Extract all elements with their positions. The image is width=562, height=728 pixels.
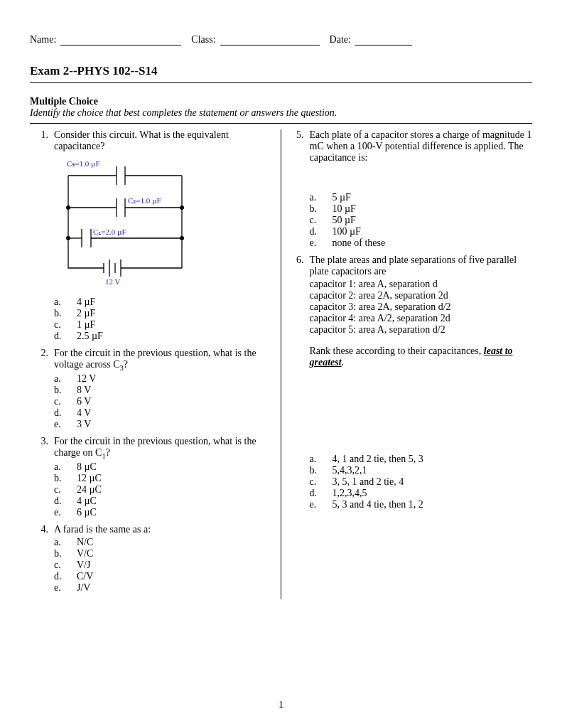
choice-a[interactable]: a.8 µC xyxy=(54,461,271,473)
question-3: 3. For the circuit in the previous quest… xyxy=(36,436,271,518)
choice-b[interactable]: b.V/C xyxy=(54,548,271,560)
question-6: 6. The plate areas and plate separations… xyxy=(291,255,533,510)
choice-d[interactable]: d.C/V xyxy=(54,571,271,582)
question-text: For the circuit in the previous question… xyxy=(54,348,271,372)
class-blank[interactable] xyxy=(220,34,320,46)
section-instructions: Identify the choice that best completes … xyxy=(30,107,532,119)
choice-e[interactable]: e.none of these xyxy=(310,237,533,249)
page-number: 1 xyxy=(279,700,283,711)
choice-b[interactable]: b.2 µF xyxy=(54,308,271,319)
horizontal-rule xyxy=(30,123,532,124)
choice-c[interactable]: c.3, 5, 1 and 2 tie, 4 xyxy=(310,476,533,488)
choice-b[interactable]: b.5,4,3,2,1 xyxy=(310,465,533,476)
question-text: For the circuit in the previous question… xyxy=(54,436,271,460)
header-fields: Name: Class: Date: xyxy=(30,34,532,46)
question-number: 2. xyxy=(36,348,54,359)
question-2: 2. For the circuit in the previous quest… xyxy=(36,348,271,430)
list-item: capacitor 4: area A/2, separation 2d xyxy=(310,313,533,324)
choices: a.4 µF b.2 µF c.1 µF d.2.5 µF xyxy=(54,296,271,342)
left-column: 1. Consider this circuit. What is the eq… xyxy=(30,129,281,599)
choice-c[interactable]: c.24 µC xyxy=(54,484,271,496)
question-text: Each plate of a capacitor stores a charg… xyxy=(310,129,533,164)
capacitor-list: capacitor 1: area A, separation d capaci… xyxy=(310,279,533,336)
choice-e[interactable]: e.J/V xyxy=(54,582,271,594)
question-5: 5. Each plate of a capacitor stores a ch… xyxy=(291,129,533,249)
choice-e[interactable]: e.5, 3 and 4 tie, then 1, 2 xyxy=(310,499,533,510)
question-1: 1. Consider this circuit. What is the eq… xyxy=(36,129,271,342)
question-number: 4. xyxy=(36,524,54,535)
question-4: 4. A farad is the same as a: a.N/C b.V/C… xyxy=(36,524,271,594)
circuit-diagram: C₃=1.0 µF C₂=1.0 µF C₁=2.0 µF 12 V xyxy=(54,158,203,289)
questions-columns: 1. Consider this circuit. What is the eq… xyxy=(30,129,532,599)
question-text: A farad is the same as a: xyxy=(54,524,271,535)
question-number: 3. xyxy=(36,436,54,447)
choice-c[interactable]: c.V/J xyxy=(54,560,271,571)
right-column: 5. Each plate of a capacitor stores a ch… xyxy=(281,129,533,599)
question-number: 1. xyxy=(36,129,54,141)
list-item: capacitor 2: area 2A, separation 2d xyxy=(310,290,533,301)
question-text: Consider this circuit. What is the equiv… xyxy=(54,129,271,152)
svg-text:C₂=1.0 µF: C₂=1.0 µF xyxy=(128,196,161,205)
section-label: Multiple Choice xyxy=(30,96,532,107)
list-item: capacitor 1: area A, separation d xyxy=(310,279,533,290)
choice-a[interactable]: a.5 µF xyxy=(310,192,533,203)
rank-instruction: Rank these according to their capacitanc… xyxy=(310,346,533,368)
choices: a.12 V b.8 V c.6 V d.4 V e.3 V xyxy=(54,373,271,430)
name-label: Name: xyxy=(30,34,56,46)
svg-text:C₃=1.0 µF: C₃=1.0 µF xyxy=(67,159,100,168)
choice-d[interactable]: d.100 µF xyxy=(310,226,533,237)
question-number: 6. xyxy=(291,255,310,266)
choice-b[interactable]: b.8 V xyxy=(54,385,271,396)
choice-b[interactable]: b.10 µF xyxy=(310,203,533,215)
choice-d[interactable]: d.2.5 µF xyxy=(54,331,271,342)
choices: a.N/C b.V/C c.V/J d.C/V e.J/V xyxy=(54,537,271,594)
list-item: capacitor 3: area 2A, separation d/2 xyxy=(310,301,533,313)
date-label: Date: xyxy=(330,34,351,46)
question-number: 5. xyxy=(291,129,310,141)
choice-c[interactable]: c.6 V xyxy=(54,396,271,407)
exam-title: Exam 2--PHYS 102--S14 xyxy=(30,64,532,83)
choice-e[interactable]: e.3 V xyxy=(54,419,271,430)
choice-c[interactable]: c.50 µF xyxy=(310,215,533,226)
class-label: Class: xyxy=(191,34,215,46)
choice-a[interactable]: a.N/C xyxy=(54,537,271,548)
name-blank[interactable] xyxy=(60,34,181,46)
choices: a.4, 1 and 2 tie, then 5, 3 b.5,4,3,2,1 … xyxy=(310,454,533,510)
svg-text:C₁=2.0 µF: C₁=2.0 µF xyxy=(93,228,126,236)
choice-d[interactable]: d.4 V xyxy=(54,407,271,419)
choice-d[interactable]: d.4 µC xyxy=(54,496,271,507)
choice-b[interactable]: b.12 µC xyxy=(54,473,271,484)
question-text: The plate areas and plate separations of… xyxy=(310,255,533,277)
svg-text:12 V: 12 V xyxy=(105,277,121,286)
choice-c[interactable]: c.1 µF xyxy=(54,319,271,331)
choices: a.5 µF b.10 µF c.50 µF d.100 µF e.none o… xyxy=(310,192,533,249)
choice-a[interactable]: a.4 µF xyxy=(54,296,271,308)
choices: a.8 µC b.12 µC c.24 µC d.4 µC e.6 µC xyxy=(54,461,271,518)
choice-a[interactable]: a.4, 1 and 2 tie, then 5, 3 xyxy=(310,454,533,465)
list-item: capacitor 5: area A, separation d/2 xyxy=(310,324,533,336)
date-blank[interactable] xyxy=(355,34,412,46)
choice-e[interactable]: e.6 µC xyxy=(54,507,271,518)
choice-d[interactable]: d.1,2,3,4,5 xyxy=(310,488,533,499)
choice-a[interactable]: a.12 V xyxy=(54,373,271,385)
